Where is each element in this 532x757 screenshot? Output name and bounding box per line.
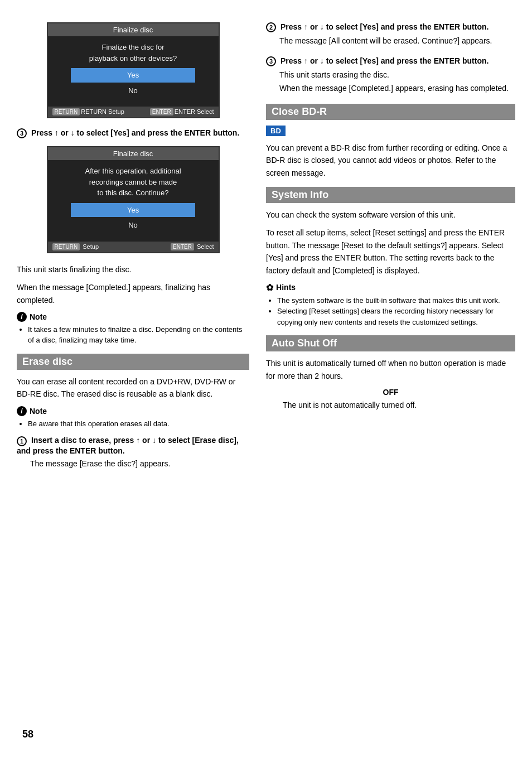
step2-sub: The message [All content will be erased.… [266,35,515,47]
finalize-para2: When the message [Completed.] appears, f… [17,281,249,306]
note-erase-title: Note [30,407,47,416]
step-3-erase: 3 Press ↑ or ↓ to select [Yes] and press… [266,56,515,95]
step1-circle: 1 [17,436,27,446]
close-bdr-body: You can prevent a BD-R disc from further… [266,142,515,179]
step1-sub: The message [Erase the disc?] appears. [17,457,249,470]
step3a-circle: 3 [17,128,27,138]
screen1-title: Finalize disc [48,23,219,36]
note-erase: i Note Be aware that this operation eras… [17,406,249,430]
hint-item-2: Selecting [Reset settings] clears the re… [277,306,515,327]
step3b-sub2: When the message [Completed.] appears, e… [266,82,515,94]
system-info-header: System Info [266,187,515,203]
note-list: It takes a few minutes to finalize a dis… [17,324,249,346]
screen1-body: Finalize the disc for playback on other … [48,36,219,107]
note-finalize: i Note It takes a few minutes to finaliz… [17,312,249,346]
step-2-erase: 2 Press ↑ or ↓ to select [Yes] and press… [266,22,515,47]
screen2-footer: RETURN Setup ENTER Select [48,242,219,252]
finalize-para1: This unit starts finalizing the disc. [17,263,249,276]
erase-disc-header: Erase disc [17,354,249,370]
screen2-body: After this operation, additional recordi… [48,160,219,242]
hints-icon: ✿ [266,282,273,293]
step-3a: 3 Press ↑ or ↓ to select [Yes] and press… [17,128,249,138]
hints-block: ✿ Hints The system software is the built… [266,282,515,328]
left-column: Finalize disc Finalize the disc for play… [17,22,260,735]
screen2-yes: Yes [71,203,195,218]
hint-item-1: The system software is the built-in soft… [277,295,515,306]
erase-disc-body: You can erase all content recorded on a … [17,375,249,401]
note-item: It takes a few minutes to finalize a dis… [28,324,249,346]
note-erase-list: Be aware that this operation erases all … [17,418,249,430]
enter-btn-label: ENTER [150,108,173,115]
hints-list: The system software is the built-in soft… [266,295,515,328]
step-1-erase: 1 Insert a disc to erase, press ↑ or ↓ t… [17,436,249,470]
note-erase-item: Be aware that this operation erases all … [28,418,249,430]
enter-btn-label2: ENTER [171,243,194,250]
off-text: The unit is not automatically turned off… [266,399,515,411]
note-icon-erase: i [17,406,27,416]
page-number: 58 [22,729,33,740]
auto-shut-off-header: Auto Shut Off [266,335,515,351]
right-column: 2 Press ↑ or ↓ to select [Yes] and press… [260,22,515,735]
screen1-no: No [71,84,195,98]
screen2-title: Finalize disc [48,147,219,160]
screen-finalize-2: Finalize disc After this operation, addi… [47,146,220,253]
auto-shut-off-body: This unit is automatically turned off wh… [266,357,515,382]
step3b-sub1: This unit starts erasing the disc. [266,69,515,81]
close-bdr-header: Close BD-R [266,104,515,120]
bd-badge: BD [266,126,515,142]
return-btn-label2: RETURN [52,243,80,250]
off-heading: OFF [266,388,515,397]
hints-title-text: Hints [276,283,296,292]
step2-circle: 2 [266,22,276,32]
system-info-body1: You can check the system software versio… [266,209,515,221]
note-icon: i [17,312,27,322]
screen-finalize-1: Finalize disc Finalize the disc for play… [47,22,220,118]
screen2-no: No [71,218,195,233]
return-btn-label: RETURN [52,108,80,115]
screen1-footer: RETURNRETURN Setup ENTERENTER Select [48,107,219,117]
note-title-text: Note [30,312,47,321]
system-info-body2: To reset all setup items, select [Reset … [266,226,515,277]
step3b-circle: 3 [266,56,276,66]
screen1-yes: Yes [71,68,195,83]
